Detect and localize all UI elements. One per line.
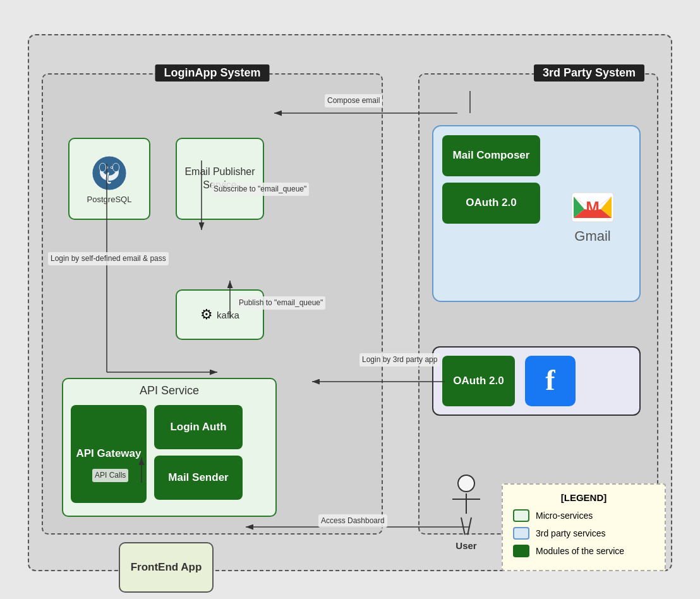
gmail-label: Gmail — [574, 228, 610, 245]
legend-micro-swatch — [513, 509, 529, 522]
legend-module-label: Modules of the service — [536, 546, 624, 556]
api-service-inner: API Gateway Login Auth Mail Sender — [63, 400, 275, 508]
user-leg-left — [461, 517, 466, 535]
kafka-label: kafka — [217, 310, 239, 320]
publish-queue-label: Publish to "email_queue" — [236, 296, 325, 310]
facebook-icon: f — [545, 363, 555, 397]
legend-item-module: Modules of the service — [513, 545, 655, 557]
login-self-label: Login by self-defined email & pass — [48, 252, 169, 265]
thirdparty-system-label: 3rd Party System — [534, 64, 644, 82]
gmail-icon: M — [570, 191, 615, 223]
api-service-box: API Service API Gateway Login Auth Mail … — [62, 378, 277, 517]
legend-box: [LEGEND] Micro-services 3rd party servic… — [502, 483, 666, 571]
postgresql-label: PostgreSQL — [87, 195, 132, 204]
svg-point-3 — [99, 163, 106, 172]
api-service-title: API Service — [63, 379, 275, 400]
thirdparty-system-area: 3rd Party System Mail Composer OAuth 2.0 — [418, 73, 658, 535]
kafka-icon: ⚙ — [200, 306, 213, 323]
user-leg-right — [467, 517, 472, 535]
legend-third-label: 3rd party services — [536, 528, 605, 538]
frontend-label: FrontEnd App — [131, 560, 202, 574]
legend-module-swatch — [513, 545, 529, 557]
right-modules: Login Auth Mail Sender — [154, 405, 243, 503]
user-label: User — [456, 540, 476, 551]
loginapp-system-area: LoginApp System — [42, 73, 383, 535]
legend-title: [LEGEND] — [513, 492, 655, 503]
frontend-app-box: FrontEnd App — [119, 542, 214, 593]
svg-point-8 — [111, 167, 112, 168]
legend-micro-label: Micro-services — [536, 511, 593, 521]
facebook-oauth-box: OAuth 2.0 f — [432, 346, 641, 416]
svg-text:M: M — [586, 198, 600, 217]
user-torso — [466, 493, 467, 514]
user-arms — [452, 499, 480, 500]
postgresql-box: PostgreSQL — [68, 138, 150, 220]
api-gateway-module: API Gateway — [71, 405, 147, 503]
loginapp-system-label: LoginApp System — [155, 64, 269, 82]
svg-point-7 — [106, 167, 107, 168]
svg-point-4 — [112, 163, 119, 172]
oauth-module-composer: OAuth 2.0 — [442, 183, 540, 224]
legend-item-micro: Micro-services — [513, 509, 655, 522]
login-3rdparty-label: Login by 3rd party app — [359, 353, 440, 366]
compose-email-label: Compose email — [325, 94, 382, 107]
subscribe-queue-label: Subscribe to "email_queue" — [211, 183, 309, 196]
gmail-area: M Gmail — [555, 177, 631, 259]
diagram-container: LoginApp System — [15, 15, 685, 584]
facebook-icon-box: f — [525, 356, 576, 406]
user-legs — [461, 517, 472, 535]
oauth-facebook-module: OAuth 2.0 — [442, 356, 515, 406]
postgresql-icon — [90, 154, 128, 192]
mail-sender-module: Mail Sender — [154, 456, 243, 500]
user-head — [457, 475, 475, 492]
api-calls-label: API Calls — [92, 469, 128, 482]
mail-composer-area: Mail Composer OAuth 2.0 M — [432, 125, 641, 302]
legend-third-swatch — [513, 527, 529, 540]
legend-item-third: 3rd party services — [513, 527, 655, 540]
login-auth-module: Login Auth — [154, 405, 243, 449]
user-figure: User — [450, 475, 483, 551]
email-publisher-box: Email Publisher Service — [176, 138, 264, 220]
mail-composer-module: Mail Composer — [442, 135, 540, 176]
access-dashboard-label: Access Dashboard — [318, 514, 387, 528]
